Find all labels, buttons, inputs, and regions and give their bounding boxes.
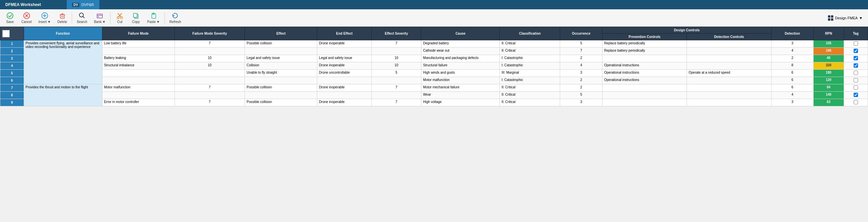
end-effect-cell: Drone uncontrollable <box>317 70 372 77</box>
tag-checkbox[interactable] <box>854 41 858 46</box>
paste-button[interactable]: Paste ▼ <box>145 11 162 25</box>
cut-button[interactable]: Cut <box>113 11 127 25</box>
svg-rect-10 <box>133 13 137 17</box>
cause-cell: Motor malfunction <box>421 77 500 84</box>
filter-header[interactable] <box>0 27 24 40</box>
tag-cell[interactable] <box>844 55 868 62</box>
occurrence-cell: 4 <box>560 62 602 70</box>
detection-controls-cell: Operate at a reduced speed <box>687 70 771 77</box>
tag-cell[interactable] <box>844 70 868 77</box>
failure-mode-cell <box>102 70 175 77</box>
detection-cell: 4 <box>771 92 814 99</box>
tag-checkbox[interactable] <box>854 56 858 60</box>
severity-header: Failure Mode Severity <box>175 27 245 40</box>
copy-icon <box>132 12 140 19</box>
tab-dvpr[interactable]: DV DVP&R <box>67 0 99 9</box>
tag-cell[interactable] <box>844 62 868 70</box>
detection-header: Detection <box>771 27 814 40</box>
tag-checkbox[interactable] <box>854 93 858 97</box>
prevention-controls-cell <box>602 92 687 99</box>
effect-cell: Legal and safety issue <box>245 55 317 62</box>
effect-cell: Possible collision <box>245 99 317 106</box>
tag-checkbox[interactable] <box>854 78 858 82</box>
cause-cell: Structural failure <box>421 62 500 70</box>
tag-checkbox[interactable] <box>854 100 858 104</box>
detection-cell: 6 <box>771 77 814 84</box>
tag-checkbox[interactable] <box>854 49 858 53</box>
tag-cell[interactable] <box>844 40 868 47</box>
end-effect-cell: Drone inoperable <box>317 99 372 106</box>
insert-button[interactable]: Insert ▼ <box>36 11 53 25</box>
effect-severity-cell: 7 <box>372 40 421 47</box>
occurrence-cell: 2 <box>560 77 602 84</box>
dfmea-table: Function Failure Mode Failure Mode Sever… <box>0 27 868 106</box>
end-effect-cell: Drone inoperable <box>317 40 372 47</box>
row-number: 5 <box>0 70 24 77</box>
occurrence-cell: 2 <box>560 84 602 92</box>
effect-severity-cell <box>372 77 421 84</box>
table-row: 3Battery leaking10Legal and safety issue… <box>0 55 868 62</box>
failure-mode-cell: Structural imbalance <box>102 62 175 70</box>
cause-cell: Wear <box>421 92 500 99</box>
search-button[interactable]: Search <box>74 11 90 25</box>
save-button[interactable]: Save <box>3 11 17 25</box>
bank-button[interactable]: Bank ▼ <box>91 11 108 25</box>
classification-cell: III: Marginal <box>500 70 560 77</box>
tag-cell[interactable] <box>844 92 868 99</box>
table-row: 6Motor malfunctionI: Catastrophic2Operat… <box>0 77 868 84</box>
copy-button[interactable]: Copy <box>128 11 143 25</box>
refresh-button[interactable]: Refresh <box>167 11 184 25</box>
rpn-cell: 40 <box>814 55 844 62</box>
tag-cell[interactable] <box>844 47 868 55</box>
tag-cell[interactable] <box>844 99 868 106</box>
table-row: 9Error in motor controller7Possible coll… <box>0 99 868 106</box>
cause-cell: Manufacturing and packaging defects <box>421 55 500 62</box>
bank-icon <box>96 12 103 19</box>
failure-mode-severity-cell: 7 <box>175 99 245 106</box>
classification-cell: II: Critical <box>500 40 560 47</box>
cause-cell: Cathode wear out <box>421 47 500 55</box>
cancel-button[interactable]: Cancel <box>19 11 34 25</box>
function-cell: Provides convenient flying, aerial surve… <box>24 40 102 84</box>
failure-mode-severity-cell <box>175 70 245 77</box>
separator-3 <box>164 12 165 24</box>
cause-cell: Degraded battery <box>421 40 500 47</box>
occurrence-cell: 5 <box>560 40 602 47</box>
tag-checkbox[interactable] <box>854 71 858 75</box>
row-number: 8 <box>0 92 24 99</box>
table-row: 2Cathode wear outII: Critical7Replace ba… <box>0 47 868 55</box>
detection-cell: 4 <box>771 47 814 55</box>
prevention-controls-header: Prevention Controls <box>602 34 687 40</box>
table-row: 4Structural imbalance10CollisionDrone in… <box>0 62 868 70</box>
table-container: Function Failure Mode Failure Mode Sever… <box>0 27 868 222</box>
effect-severity-header: Effect Severity <box>372 27 421 40</box>
design-fmea-button[interactable]: Design FMEA ▼ <box>825 14 865 22</box>
effect-severity-cell: 5 <box>372 70 421 77</box>
end-effect-cell: Drone inoperable <box>317 84 372 92</box>
table-row: 1Provides convenient flying, aerial surv… <box>0 40 868 47</box>
delete-button[interactable]: Delete <box>55 11 70 25</box>
function-cell: Provides the thrust and motion to the fl… <box>24 84 102 106</box>
tag-cell[interactable] <box>844 84 868 92</box>
rpn-cell: 196 <box>814 47 844 55</box>
rpn-cell: 120 <box>814 77 844 84</box>
classification-cell: II: Critical <box>500 84 560 92</box>
failure-mode-cell <box>102 77 175 84</box>
failure-mode-cell <box>102 92 175 99</box>
row-number: 4 <box>0 62 24 70</box>
prevention-controls-cell: Operational instructions <box>602 70 687 77</box>
tag-checkbox[interactable] <box>854 85 858 90</box>
effect-severity-cell: 10 <box>372 55 421 62</box>
failure-mode-severity-cell <box>175 47 245 55</box>
tag-cell[interactable] <box>844 77 868 84</box>
tag-checkbox[interactable] <box>854 63 858 68</box>
detection-controls-cell <box>687 84 771 92</box>
insert-icon <box>41 12 49 19</box>
prevention-controls-cell: Replace battery periodically <box>602 47 687 55</box>
classification-cell: II: Critical <box>500 99 560 106</box>
row-number: 7 <box>0 84 24 92</box>
design-controls-header: Design Controls <box>602 27 772 34</box>
detection-cell: 8 <box>771 62 814 70</box>
tag-header: Tag <box>844 27 868 40</box>
filter-icon[interactable] <box>2 30 10 37</box>
